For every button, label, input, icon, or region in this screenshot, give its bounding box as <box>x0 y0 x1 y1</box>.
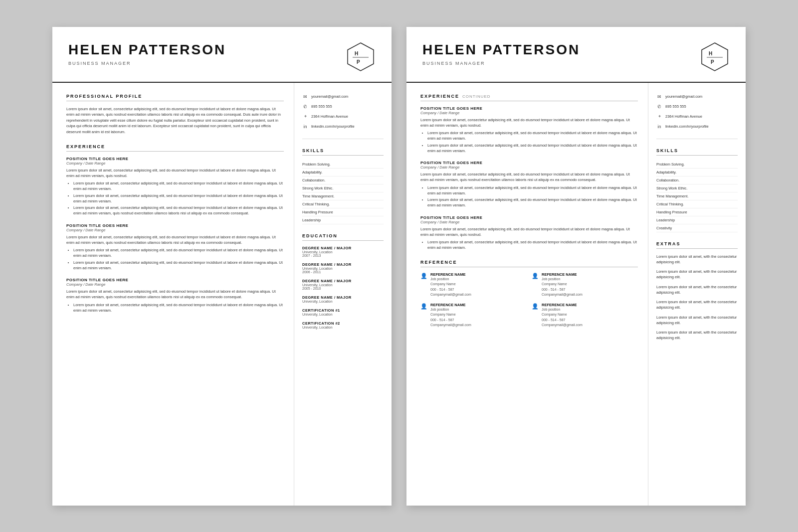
edu-degree: CERTIFICATION #1 <box>302 308 384 313</box>
phone-icon-p2: ✆ <box>656 104 662 110</box>
edu-entry-3: DEGREE NAME / MAJOR University, Location… <box>302 279 384 290</box>
svg-marker-0 <box>348 43 374 71</box>
exp-position-p2-3: POSITION TITLE GOES HERE <box>420 215 638 220</box>
page2-main-col: EXPERIENCE CONTINUED POSITION TITLE GOES… <box>406 83 648 506</box>
ref-person-icon-2: 👤 <box>532 273 539 279</box>
edu-detail: 2005 - 2010 <box>302 287 384 290</box>
profile-section-title: PROFESSIONAL PROFILE <box>66 94 284 101</box>
person-title-p1: BUSINESS MANAGER <box>68 61 226 66</box>
ref-em-4: Companymail@gmail.com <box>542 323 583 328</box>
edu-degree: CERTIFICATION #2 <box>302 321 384 326</box>
continued-label: CONTINUED <box>462 94 491 99</box>
exp-company-2: Company / Date Range <box>66 228 284 232</box>
ref-person-icon-1: 👤 <box>420 273 427 279</box>
exp-position-p2-1: POSITION TITLE GOES HERE <box>420 106 638 111</box>
contact-phone-p2: ✆ 895 555 555 <box>656 104 738 110</box>
skill-item: Time Management. <box>302 192 384 200</box>
skill-item: Critical Thinking. <box>302 200 384 208</box>
ref-co-2: Company Name <box>542 282 583 287</box>
edu-detail: 2006 - 2011 <box>302 270 384 274</box>
bullet: Lorem ipsum dolor sit amet, consectetur … <box>73 260 284 271</box>
linkedin-icon: in <box>302 124 308 130</box>
experience-section-title-p1: EXPERIENCE <box>66 144 284 152</box>
exp-desc-1: Lorem ipsum dolor sit amet, consectetur … <box>66 168 284 179</box>
ref-name-1: REFERENCE NAME <box>430 272 471 277</box>
exp-entry-p2-1: POSITION TITLE GOES HERE Company / Date … <box>420 106 638 154</box>
resume-page-2: HELEN PATTERSON BUSINESS MANAGER H P EXP… <box>406 27 746 506</box>
ref-person-icon-4: 👤 <box>532 303 539 310</box>
logo-hexagon-p1: H P <box>346 42 376 72</box>
page1-side-col: ✉ youremail@gmail.com ✆ 895 555 555 ⌖ 23… <box>294 83 392 506</box>
exp-bullets-3: Lorem ipsum dolor sit amet, consectetur … <box>66 302 284 314</box>
skills-list-p2: Problem Solving. Adaptability. Collabora… <box>656 161 738 232</box>
exp-company-3: Company / Date Range <box>66 282 284 287</box>
page1-body: PROFESSIONAL PROFILE Lorem ipsum dolor s… <box>52 83 392 506</box>
exp-company-1: Company / Date Range <box>66 161 284 166</box>
ref-co-1: Company Name <box>430 282 471 287</box>
exp-entry-3: POSITION TITLE GOES HERE Company / Date … <box>66 278 284 313</box>
education-section-title: EDUCATION <box>302 233 384 241</box>
skill-item-p2: Handling Pressure <box>656 208 738 216</box>
svg-text:H: H <box>355 51 358 56</box>
skill-item-p2: Strong Work Ethic. <box>656 184 738 192</box>
ref-name-4: REFERENCE NAME <box>542 303 583 307</box>
skill-item: Handling Pressure <box>302 208 384 216</box>
svg-text:H: H <box>709 51 712 56</box>
exp-desc-p2-1: Lorem ipsum dolor sit amet, consectetur … <box>420 117 638 129</box>
svg-text:P: P <box>711 59 714 65</box>
bullet: Lorem ipsum dolor sit amet, consectetur … <box>427 130 638 142</box>
extras-item: Lorem ipsum dolor sit amet, with the con… <box>656 315 738 326</box>
extras-item: Lorem ipsum dolor sit amet, with the con… <box>656 330 738 341</box>
reference-section-title: REFERENCE <box>420 260 638 267</box>
exp-bullets-p2-3: Lorem ipsum dolor sit amet, consectetur … <box>420 239 638 251</box>
bullet: Lorem ipsum dolor sit amet, consectetur … <box>427 239 638 251</box>
edu-detail: University, Location <box>302 283 384 287</box>
svg-text:P: P <box>357 59 360 65</box>
bullet: Lorem ipsum dolor sit amet, consectetur … <box>427 197 638 208</box>
logo-hexagon-p2: H P <box>700 42 730 72</box>
bullet: Lorem ipsum dolor sit amet, consectetur … <box>73 205 284 216</box>
header-text-p2: HELEN PATTERSON BUSINESS MANAGER <box>422 42 580 66</box>
resume-page-1: HELEN PATTERSON BUSINESS MANAGER H P PRO… <box>52 27 392 506</box>
extras-list: Lorem ipsum dolor sit amet, with the con… <box>656 254 738 341</box>
ref-ph-4: 000 - 514 - 587 <box>542 318 583 323</box>
exp-position-2: POSITION TITLE GOES HERE <box>66 223 284 228</box>
edu-entry-4: DEGREE NAME / MAJOR University, Location <box>302 295 384 303</box>
edu-detail: University, Location <box>302 326 384 329</box>
extras-item: Lorem ipsum dolor sit amet, with the con… <box>656 284 738 296</box>
exp-bullets-1: Lorem ipsum dolor sit amet, consectetur … <box>66 180 284 216</box>
contact-linkedin: in linkedin.com/in/yourprofile <box>302 124 384 130</box>
skill-item: Problem Solving. <box>302 161 384 169</box>
extras-item: Lorem ipsum dolor sit amet, with the con… <box>656 269 738 280</box>
exp-bullets-p2-2: Lorem ipsum dolor sit amet, consectetur … <box>420 185 638 208</box>
ref-em-3: Companymail@gmail.com <box>430 323 471 328</box>
bullet: Lorem ipsum dolor sit amet, consectetur … <box>427 185 638 196</box>
edu-degree: DEGREE NAME / MAJOR <box>302 262 384 267</box>
ref-em-1: Companymail@gmail.com <box>430 292 471 298</box>
contact-email: ✉ youremail@gmail.com <box>302 94 384 100</box>
edu-detail: University, Location <box>302 300 384 303</box>
exp-desc-3: Lorem ipsum dolor sit amet, consectetur … <box>66 289 284 300</box>
svg-marker-4 <box>702 43 728 71</box>
contact-email-p2: ✉ youremail@gmail.com <box>656 94 738 100</box>
contact-linkedin-p2: in linkedin.com/in/yourprofile <box>656 124 738 130</box>
page2-body: EXPERIENCE CONTINUED POSITION TITLE GOES… <box>406 83 746 506</box>
skill-item-p2: Creativity <box>656 224 738 232</box>
skill-item-p2: Leadership <box>656 216 738 224</box>
page1-header: HELEN PATTERSON BUSINESS MANAGER H P <box>52 27 392 83</box>
email-icon-p2: ✉ <box>656 94 662 100</box>
edu-detail: University, Location <box>302 267 384 270</box>
ref-co-3: Company Name <box>430 312 471 318</box>
ref-ph-3: 000 - 514 - 587 <box>430 318 471 323</box>
header-text: HELEN PATTERSON BUSINESS MANAGER <box>68 42 226 66</box>
extras-item: Lorem ipsum dolor sit amet, with the con… <box>656 299 738 311</box>
linkedin-icon-p2: in <box>656 124 662 130</box>
ref-ph-2: 000 - 514 - 587 <box>542 287 583 293</box>
person-title-p2: BUSINESS MANAGER <box>422 61 580 66</box>
person-name-p1: HELEN PATTERSON <box>68 42 226 58</box>
edu-entry-1: DEGREE NAME / MAJOR University, Location… <box>302 246 384 257</box>
skill-item-p2: Time Management. <box>656 192 738 200</box>
exp-desc-p2-3: Lorem ipsum dolor sit amet, consectetur … <box>420 226 638 238</box>
edu-degree: DEGREE NAME / MAJOR <box>302 246 384 250</box>
skill-item-p2: Problem Solving. <box>656 161 738 169</box>
